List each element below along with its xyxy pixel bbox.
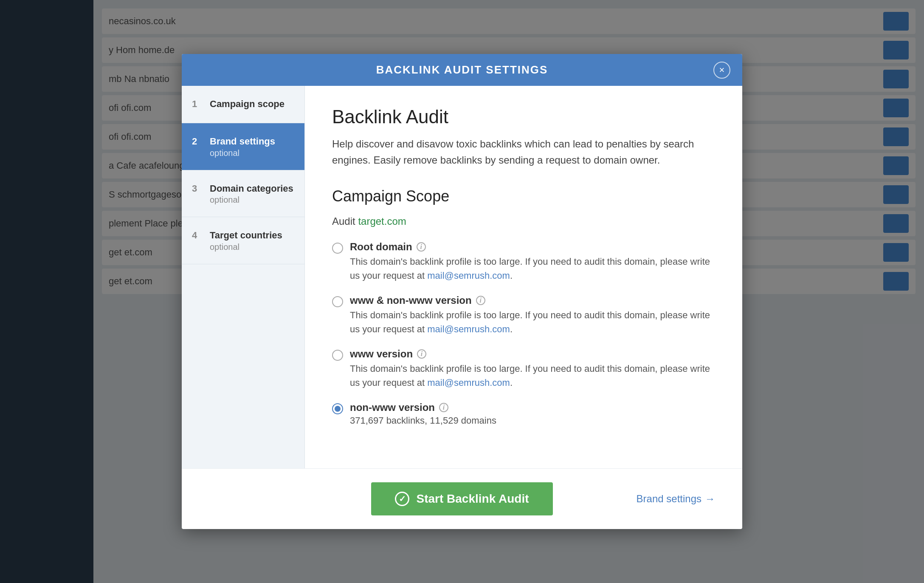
modal-header: BACKLINK AUDIT SETTINGS × xyxy=(182,54,742,86)
backlink-audit-modal: BACKLINK AUDIT SETTINGS × 1 Campaign sco… xyxy=(182,54,742,529)
start-audit-button[interactable]: ✓ Start Backlink Audit xyxy=(371,482,552,515)
radio-desc-www-version: This domain's backlink profile is too la… xyxy=(350,362,715,390)
radio-count-non-www: 371,697 backlinks, 11,529 domains xyxy=(350,415,496,426)
audit-domain-link[interactable]: target.com xyxy=(358,215,406,227)
nav-item-domain-categories[interactable]: 3 Domain categories optional xyxy=(182,170,304,218)
scope-radio-group: Root domain i This domain's backlink pro… xyxy=(332,241,715,426)
audit-domain-line: Audit target.com xyxy=(332,215,715,227)
radio-option-root-domain[interactable]: Root domain i This domain's backlink pro… xyxy=(332,241,715,283)
radio-label-non-www-version: non-www version i xyxy=(350,402,496,413)
modal-navigation: 1 Campaign scope 2 Brand settings option… xyxy=(182,86,305,468)
email-link-www-version[interactable]: mail@semrush.com xyxy=(427,377,510,388)
nav-item-sublabel: optional xyxy=(210,148,275,158)
brand-settings-link[interactable]: Brand settings → xyxy=(637,493,715,505)
nav-item-number: 1 xyxy=(192,99,202,110)
page-description: Help discover and disavow toxic backlink… xyxy=(332,136,715,169)
nav-item-label: Campaign scope xyxy=(210,98,285,111)
nav-item-label: Brand settings xyxy=(210,135,275,148)
radio-label-www-non-www: www & non-www version i xyxy=(350,294,715,306)
radio-input-www-version[interactable] xyxy=(332,350,343,361)
email-link-www-non-www[interactable]: mail@semrush.com xyxy=(427,324,510,334)
radio-option-www-non-www[interactable]: www & non-www version i This domain's ba… xyxy=(332,294,715,336)
modal-close-button[interactable]: × xyxy=(713,62,730,79)
nav-item-sublabel: optional xyxy=(210,195,293,205)
radio-desc-www-non-www: This domain's backlink profile is too la… xyxy=(350,308,715,336)
campaign-scope-title: Campaign Scope xyxy=(332,187,715,205)
radio-desc-root-domain: This domain's backlink profile is too la… xyxy=(350,255,715,283)
modal-header-title: BACKLINK AUDIT SETTINGS xyxy=(376,63,548,76)
radio-option-non-www-version[interactable]: non-www version i 371,697 backlinks, 11,… xyxy=(332,402,715,426)
nav-item-number: 4 xyxy=(192,230,202,241)
nav-item-sublabel: optional xyxy=(210,242,282,252)
info-icon-non-www-version[interactable]: i xyxy=(439,403,448,412)
radio-option-www-version[interactable]: www version i This domain's backlink pro… xyxy=(332,348,715,390)
nav-item-number: 2 xyxy=(192,136,202,147)
info-icon-www-version[interactable]: i xyxy=(417,349,426,359)
radio-label-www-version: www version i xyxy=(350,348,715,360)
info-icon-www-non-www[interactable]: i xyxy=(476,296,485,305)
nav-item-campaign-scope[interactable]: 1 Campaign scope xyxy=(182,86,304,123)
email-link-root-domain[interactable]: mail@semrush.com xyxy=(427,270,510,281)
radio-label-root-domain: Root domain i xyxy=(350,241,715,253)
page-title: Backlink Audit xyxy=(332,106,715,127)
close-icon: × xyxy=(719,65,725,75)
nav-item-number: 3 xyxy=(192,183,202,194)
radio-input-non-www-version[interactable] xyxy=(332,403,343,414)
radio-input-root-domain[interactable] xyxy=(332,243,343,254)
audit-label: Audit xyxy=(332,215,355,227)
nav-item-label: Domain categories xyxy=(210,182,293,195)
nav-item-label: Target countries xyxy=(210,229,282,242)
nav-item-target-countries[interactable]: 4 Target countries optional xyxy=(182,217,304,264)
modal-overlay: BACKLINK AUDIT SETTINGS × 1 Campaign sco… xyxy=(0,0,924,583)
nav-item-brand-settings[interactable]: 2 Brand settings optional xyxy=(182,123,304,170)
brand-settings-link-label: Brand settings xyxy=(637,493,701,505)
checkmark-icon: ✓ xyxy=(395,492,409,506)
arrow-right-icon: → xyxy=(705,493,715,505)
modal-main-content: Backlink Audit Help discover and disavow… xyxy=(305,86,742,468)
info-icon-root-domain[interactable]: i xyxy=(417,242,426,252)
start-audit-label: Start Backlink Audit xyxy=(416,492,529,506)
radio-input-www-non-www[interactable] xyxy=(332,296,343,307)
modal-body: 1 Campaign scope 2 Brand settings option… xyxy=(182,86,742,468)
modal-footer: ✓ Start Backlink Audit Brand settings → xyxy=(182,468,742,529)
